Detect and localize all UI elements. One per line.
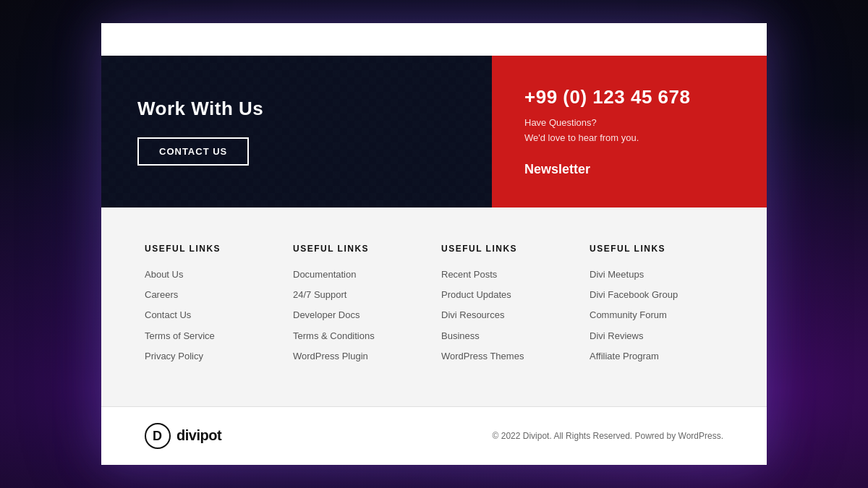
page-container: Work With Us Contact Us +99 (0) 123 45 6… xyxy=(101,23,767,465)
logo-area: D divipot xyxy=(145,423,221,449)
footer-link-divi-reviews[interactable]: Divi Reviews xyxy=(590,330,723,343)
have-questions-text: Have Questions? We'd love to hear from y… xyxy=(524,116,734,146)
footer-link-divi-resources[interactable]: Divi Resources xyxy=(441,309,575,322)
footer-link-business[interactable]: Business xyxy=(441,330,575,343)
footer-link-affiliate[interactable]: Affiliate Program xyxy=(590,350,723,363)
footer-link-developer-docs[interactable]: Developer Docs xyxy=(293,309,427,322)
footer-link-terms-conditions[interactable]: Terms & Conditions xyxy=(293,330,427,343)
footer-link-about-us[interactable]: About Us xyxy=(145,268,278,281)
footer-col-4: USEFUL LINKS Divi Meetups Divi Facebook … xyxy=(590,244,723,370)
footer-link-careers[interactable]: Careers xyxy=(145,288,278,301)
footer-col-4-title: USEFUL LINKS xyxy=(590,244,723,254)
footer-link-wordpress-plugin[interactable]: WordPress Plugin xyxy=(293,350,427,363)
footer-bottom-bar: D divipot © 2022 Divipot. All Rights Res… xyxy=(101,406,767,465)
footer-link-community-forum[interactable]: Community Forum xyxy=(590,309,723,322)
footer-links-grid: USEFUL LINKS About Us Careers Contact Us… xyxy=(145,244,723,370)
logo-text: divipot xyxy=(176,427,221,444)
phone-number: +99 (0) 123 45 678 xyxy=(524,86,734,108)
contact-us-button[interactable]: Contact Us xyxy=(137,137,249,166)
newsletter-link[interactable]: Newsletter xyxy=(524,162,734,177)
svg-text:D: D xyxy=(153,429,162,443)
footer-link-contact-us[interactable]: Contact Us xyxy=(145,309,278,322)
footer-col-2-title: USEFUL LINKS xyxy=(293,244,427,254)
footer-col-3-title: USEFUL LINKS xyxy=(441,244,575,254)
footer-link-divi-meetups[interactable]: Divi Meetups xyxy=(590,268,723,281)
footer-col-3: USEFUL LINKS Recent Posts Product Update… xyxy=(441,244,575,370)
footer-col-1: USEFUL LINKS About Us Careers Contact Us… xyxy=(145,244,278,370)
footer-link-wordpress-themes[interactable]: WordPress Themes xyxy=(441,350,575,363)
footer-link-support[interactable]: 24/7 Support xyxy=(293,288,427,301)
footer-link-privacy[interactable]: Privacy Policy xyxy=(145,350,278,363)
divipot-logo-icon: D xyxy=(145,423,171,449)
footer-links-section: USEFUL LINKS About Us Careers Contact Us… xyxy=(101,207,767,406)
footer-col-1-title: USEFUL LINKS xyxy=(145,244,278,254)
footer-col-2: USEFUL LINKS Documentation 24/7 Support … xyxy=(293,244,427,370)
footer-link-terms[interactable]: Terms of Service xyxy=(145,330,278,343)
work-with-us-title: Work With Us xyxy=(137,98,456,120)
copyright-text: © 2022 Divipot. All Rights Reserved. Pow… xyxy=(493,431,723,441)
hero-right-panel: +99 (0) 123 45 678 Have Questions? We'd … xyxy=(492,56,767,207)
hero-content: Work With Us Contact Us xyxy=(137,98,456,166)
footer-link-product-updates[interactable]: Product Updates xyxy=(441,288,575,301)
footer-link-recent-posts[interactable]: Recent Posts xyxy=(441,268,575,281)
footer-link-divi-facebook[interactable]: Divi Facebook Group xyxy=(590,288,723,301)
hero-left-panel: Work With Us Contact Us xyxy=(101,56,492,207)
top-white-space xyxy=(101,23,767,56)
footer-link-documentation[interactable]: Documentation xyxy=(293,268,427,281)
hero-section: Work With Us Contact Us +99 (0) 123 45 6… xyxy=(101,56,767,207)
